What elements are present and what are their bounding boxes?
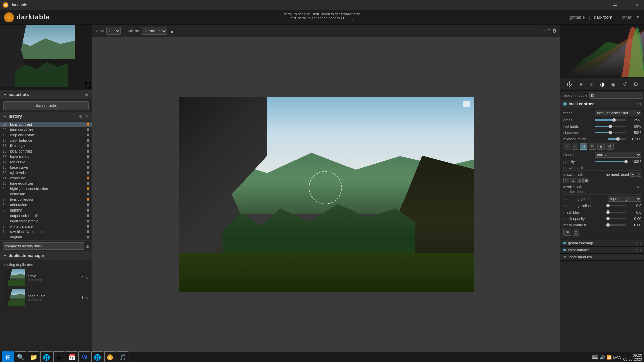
global-tonemap-preset[interactable]: ▾ <box>640 241 641 245</box>
dup-close-filmic[interactable]: ✕ <box>85 276 88 280</box>
mask-circle-select[interactable]: ⊙ <box>570 178 576 183</box>
mode-half-circle-icon[interactable]: ◑ <box>598 80 607 88</box>
sort-select[interactable]: filename <box>142 27 167 35</box>
mask-blur-slider[interactable] <box>608 210 626 215</box>
feathering-guide-select[interactable]: input image <box>608 196 641 202</box>
toolbar-icon-help[interactable]: ? <box>548 28 550 34</box>
history-item-10[interactable]: 10 tone equalizer <box>0 181 92 186</box>
history-item-0[interactable]: 0 original <box>0 234 92 240</box>
history-item-6[interactable]: 6 orientation <box>0 202 92 207</box>
opacity-slider[interactable] <box>595 159 626 164</box>
midtone-slider[interactable] <box>608 137 626 141</box>
duplicate-manager-header[interactable]: ▼ duplicate manager <box>0 251 92 260</box>
module-gear-btn[interactable]: ⚙ <box>606 143 614 150</box>
history-item-21[interactable]: 21 local contrast <box>0 122 92 127</box>
global-tonemap-reset[interactable]: ↺ <box>636 241 639 245</box>
mode-lighttable[interactable]: lighttable <box>565 13 587 21</box>
snapshots-section-header[interactable]: ▼ snapshots ⊕ <box>0 90 92 99</box>
global-tonemap-module[interactable]: global tonemap ↺ ▾ <box>560 240 644 247</box>
taskbar-calendar[interactable]: 📅 <box>66 351 78 362</box>
feathering-radius-slider[interactable] <box>608 203 626 208</box>
history-item-2[interactable]: 2 white balance <box>0 224 92 229</box>
toolbar-icon-settings[interactable]: ⚙ <box>552 28 557 34</box>
mode-param-select[interactable]: local laplacian filter <box>595 110 641 116</box>
mask-eye-button[interactable]: 👁 <box>563 229 571 236</box>
history-item-11[interactable]: 11 exposure <box>0 175 92 181</box>
color-balance-module[interactable]: color balance ↺ ▾ <box>560 247 644 254</box>
module-parametric-btn[interactable]: ↺ <box>589 143 596 150</box>
mode-circle-icon[interactable]: ○ <box>588 81 595 88</box>
close-button[interactable]: ✕ <box>632 1 641 9</box>
module-close-btn[interactable]: ✕ <box>563 143 571 150</box>
history-item-15[interactable]: 15 haze removal <box>0 154 92 159</box>
more-modules-section[interactable]: ▼ more modules <box>560 254 644 261</box>
toolbar-icon-grid[interactable]: ≡ <box>543 28 546 34</box>
maximize-button[interactable]: □ <box>621 1 631 9</box>
history-item-9[interactable]: 9 highlight reconstruction <box>0 186 92 191</box>
history-item-5[interactable]: 5 gamma <box>0 207 92 213</box>
dup-item-basecurve[interactable]: base curve ☆☆☆☆☆ 1 ✕ <box>3 288 89 307</box>
mask-edit-pen[interactable]: ✎ <box>563 178 569 183</box>
history-compress-btn[interactable]: ⊘ <box>78 114 83 119</box>
mask-square-button[interactable]: □ <box>573 229 579 236</box>
taskbar-explorer[interactable]: 📁 <box>28 351 40 362</box>
drawn-mask-btn-1[interactable]: ▸ <box>630 172 635 177</box>
history-item-7[interactable]: 7 lens correction <box>0 197 92 202</box>
taskbar-music[interactable]: 🎵 <box>117 351 129 362</box>
drawn-mask-btn-2[interactable]: ○ <box>636 172 641 177</box>
minimize-button[interactable]: — <box>610 1 620 9</box>
module-mask-btn[interactable]: ▥ <box>580 143 587 150</box>
mode-power-icon[interactable]: ⏻ <box>565 81 574 88</box>
mode-star-icon[interactable]: ★ <box>577 80 585 88</box>
color-balance-reset[interactable]: ↺ <box>636 248 639 252</box>
taskbar-chrome[interactable]: 🌐 <box>91 351 103 362</box>
mode-wrench-icon[interactable]: ⚙ <box>631 80 640 88</box>
clock[interactable]: 09:20 03-03-2020 <box>623 353 642 361</box>
history-item-13[interactable]: 13 base curve <box>0 165 92 170</box>
history-item-8[interactable]: 8 demosaic <box>0 191 92 197</box>
highlights-slider[interactable] <box>595 124 626 129</box>
history-item-1[interactable]: 1 raw black/white point <box>0 229 92 234</box>
expand-thumb-button[interactable]: ⤢ <box>85 82 91 89</box>
mode-refresh-icon[interactable]: ↺ <box>620 80 629 88</box>
history-item-19[interactable]: 19 crop and rotate <box>0 132 92 138</box>
search-module-input[interactable] <box>589 92 643 99</box>
dup-item-filmic[interactable]: filmic ☆☆☆☆☆ 0 ✕ <box>3 268 89 287</box>
detail-slider[interactable] <box>595 118 626 122</box>
compress-history-button[interactable]: compress history stack <box>3 242 84 250</box>
history-item-3[interactable]: 3 input color profile <box>0 218 92 224</box>
history-clear-btn[interactable]: ✕ <box>84 114 89 119</box>
taskbar-search[interactable]: 🔍 <box>15 351 27 362</box>
shadows-slider[interactable] <box>595 130 626 135</box>
mask-contrast-slider[interactable] <box>608 223 626 227</box>
module-presets-btn[interactable]: ▾ <box>639 102 641 106</box>
mode-dropdown[interactable]: ▼ <box>636 15 640 20</box>
taskbar-mail[interactable]: ✉ <box>53 351 65 362</box>
taskbar-edge[interactable]: 🌐 <box>40 351 52 362</box>
mask-opacity-slider[interactable] <box>608 216 626 221</box>
taskbar-darktable[interactable]: dt <box>104 351 116 362</box>
history-item-4[interactable]: 4 output color profile <box>0 213 92 218</box>
mask-invert[interactable]: ⊘ <box>577 178 583 183</box>
module-raster-btn[interactable]: ⊞ <box>597 143 605 150</box>
module-circle-btn[interactable]: ○ <box>572 143 578 150</box>
dup-close-basecurve[interactable]: ✕ <box>85 296 88 300</box>
color-balance-preset[interactable]: ▾ <box>640 248 641 252</box>
dup-action-copy[interactable]: □ <box>84 263 86 267</box>
take-snapshot-button[interactable]: take snapshot <box>3 101 89 110</box>
local-contrast-module-header[interactable]: local contrast ↺ ▾ <box>560 100 644 108</box>
start-button[interactable]: ⊞ <box>2 351 14 362</box>
history-item-16[interactable]: 16 local contrast <box>0 148 92 154</box>
mode-darkroom[interactable]: darkroom <box>592 13 614 21</box>
history-item-18[interactable]: 18 color balance <box>0 138 92 143</box>
blend-mode-select[interactable]: normal <box>595 152 641 158</box>
dup-action-paste[interactable]: □ <box>87 263 89 267</box>
history-item-12[interactable]: 12 rgb levels <box>0 170 92 175</box>
sort-direction-button[interactable]: ▲ <box>170 28 174 34</box>
mode-leaf-icon[interactable]: ◈ <box>609 80 618 88</box>
mode-other[interactable]: other <box>620 13 634 21</box>
snapshots-action-btn[interactable]: ⊕ <box>84 93 89 97</box>
taskbar-word[interactable]: W <box>78 351 91 362</box>
mask-shapes[interactable]: ⊞ <box>583 178 589 183</box>
compress-history-icon-btn[interactable]: ⊞ <box>86 244 89 249</box>
